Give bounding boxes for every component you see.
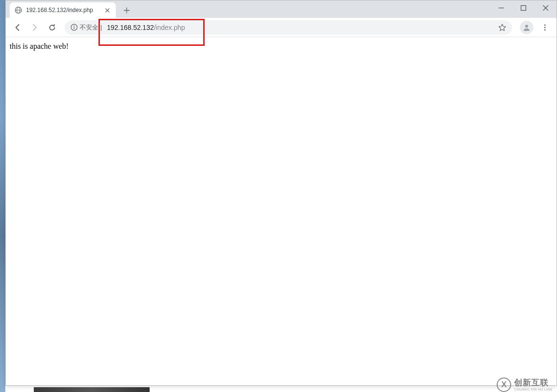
- globe-icon: [14, 6, 22, 14]
- bookmark-star-icon[interactable]: [498, 23, 506, 31]
- forward-button[interactable]: [27, 20, 42, 35]
- site-info-button[interactable]: 不安全 |: [70, 23, 102, 32]
- new-tab-button[interactable]: [120, 3, 133, 17]
- desktop-background-edge: [0, 0, 5, 392]
- browser-tab[interactable]: 192.168.52.132/index.php: [10, 2, 116, 18]
- chrome-browser-window: 192.168.52.132/index.php 不安全 | 192.: [5, 0, 557, 386]
- watermark-en: CHUANG XIN HU LIAN: [514, 388, 552, 392]
- tab-strip: 192.168.52.132/index.php: [6, 0, 557, 18]
- window-controls: [490, 0, 557, 18]
- watermark-cn: 创新互联: [514, 378, 552, 388]
- watermark-logo-icon: X: [497, 378, 511, 392]
- security-label: 不安全: [80, 23, 98, 32]
- svg-rect-0: [499, 8, 504, 8]
- page-body-text: this is apache web!: [10, 42, 69, 50]
- info-icon: [70, 24, 78, 31]
- svg-point-10: [544, 27, 546, 28]
- minimize-button[interactable]: [490, 0, 512, 15]
- back-button[interactable]: [10, 20, 25, 35]
- address-bar[interactable]: 不安全 | 192.168.52.132/index.php: [65, 20, 512, 35]
- close-tab-icon[interactable]: [103, 6, 111, 14]
- security-divider: |: [100, 24, 102, 31]
- browser-toolbar: 不安全 | 192.168.52.132/index.php: [6, 18, 557, 37]
- url-host: 192.168.52.132: [107, 24, 153, 31]
- svg-point-6: [74, 26, 75, 27]
- reload-button[interactable]: [44, 20, 60, 35]
- svg-point-8: [525, 25, 528, 28]
- svg-rect-1: [521, 5, 526, 10]
- menu-button[interactable]: [537, 20, 553, 35]
- maximize-button[interactable]: [512, 0, 534, 15]
- kebab-icon: [541, 24, 549, 31]
- watermark: X 创新互联 CHUANG XIN HU LIAN: [497, 378, 552, 392]
- person-icon: [522, 23, 531, 32]
- taskbar-sliver: [34, 387, 150, 392]
- page-viewport: this is apache web!: [6, 37, 557, 385]
- watermark-text: 创新互联 CHUANG XIN HU LIAN: [514, 378, 552, 391]
- url-display: 192.168.52.132/index.php: [107, 24, 185, 31]
- svg-point-11: [544, 29, 546, 30]
- close-window-button[interactable]: [534, 0, 557, 15]
- tab-title: 192.168.52.132/index.php: [26, 7, 99, 14]
- svg-rect-7: [74, 27, 74, 29]
- svg-point-9: [544, 24, 546, 26]
- profile-button[interactable]: [520, 21, 533, 34]
- watermark-logo-letter: X: [501, 380, 506, 390]
- url-path: /index.php: [154, 24, 185, 31]
